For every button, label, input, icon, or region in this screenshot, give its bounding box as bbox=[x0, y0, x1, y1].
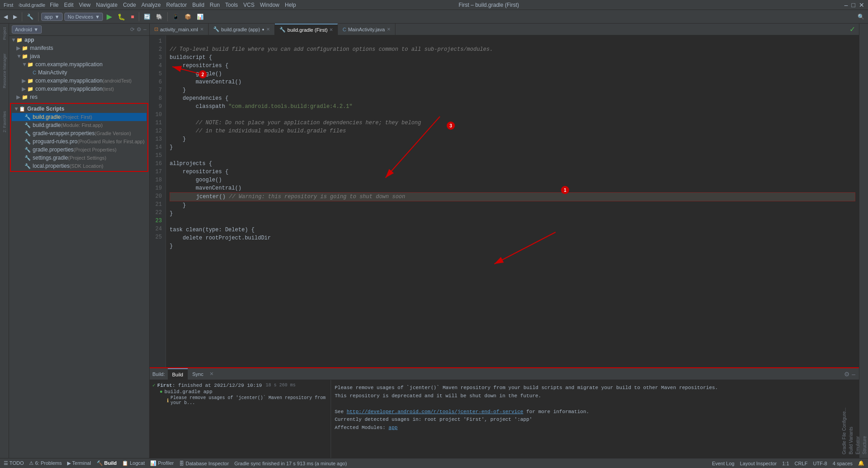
tree-item-androidtest[interactable]: ▶ 📁 com.example.myapplication (androidTe… bbox=[9, 77, 149, 85]
encoding-indicator[interactable]: UTF-8 bbox=[813, 461, 827, 466]
resource-manager-icon[interactable]: Resource Manager bbox=[2, 52, 7, 90]
menu-run[interactable]: Run bbox=[210, 2, 220, 8]
indent-indicator[interactable]: 4 spaces bbox=[833, 461, 853, 466]
run-button[interactable]: ▶ bbox=[105, 11, 114, 22]
menu-refactor[interactable]: Refactor bbox=[166, 2, 187, 8]
maximize-button[interactable]: □ bbox=[852, 1, 855, 9]
ok-icon: ✓ bbox=[152, 382, 156, 388]
menu-tools[interactable]: Tools bbox=[225, 2, 238, 8]
build-item-first[interactable]: ✓ First: finished at 2021/12/29 10:19 18… bbox=[151, 382, 329, 389]
line-ending-indicator[interactable]: CRLF bbox=[795, 461, 808, 466]
tab-activity-main-close[interactable]: ✕ bbox=[200, 27, 204, 32]
debug-button[interactable]: 🐛 bbox=[116, 12, 127, 21]
position-indicator[interactable]: 1:1 bbox=[782, 461, 789, 466]
favorites-icon[interactable]: 2: Favorites bbox=[2, 109, 7, 134]
tree-item-settings-gradle[interactable]: 🔧 settings.gradle (Project Settings) bbox=[12, 154, 146, 162]
layout-inspector-button[interactable]: Layout Inspector bbox=[740, 461, 776, 466]
gradle-configure-panel[interactable]: Gradle File Configure... bbox=[841, 24, 848, 458]
sync-button[interactable]: 🔄 bbox=[142, 13, 152, 21]
menu-vcs[interactable]: VCS bbox=[244, 2, 255, 8]
tab-mainactivity[interactable]: C MainActivity.java ✕ bbox=[338, 24, 395, 35]
tab-sync[interactable]: Sync bbox=[188, 368, 208, 380]
output-line-4: See http://developer.android.com/r/tools… bbox=[335, 408, 855, 416]
tree-item-mainactivity[interactable]: C MainActivity bbox=[9, 68, 149, 77]
forward-button[interactable]: ▶ bbox=[11, 13, 19, 21]
tab-build-gradle-app-close[interactable]: ✕ bbox=[266, 27, 270, 32]
back-button[interactable]: ◀ bbox=[2, 13, 10, 21]
build-item-app[interactable]: ● build.gradle app bbox=[151, 389, 329, 395]
emulator-panel[interactable]: Emulator bbox=[854, 24, 861, 458]
menu-analyze[interactable]: Analyze bbox=[141, 2, 161, 8]
menu-window[interactable]: Window bbox=[260, 2, 279, 8]
notification-icon[interactable]: 🔔 bbox=[858, 460, 864, 466]
warning-icon: ℹ bbox=[167, 398, 169, 404]
tree-item-gradle-scripts[interactable]: ▼ 📋 Gradle Scripts bbox=[12, 105, 146, 113]
menu-view[interactable]: View bbox=[79, 2, 91, 8]
jcenter-link[interactable]: http://developer.android.com/r/tools/jce… bbox=[346, 409, 523, 414]
output-line-6: Affected Modules: app bbox=[335, 424, 855, 432]
menu-code[interactable]: Code bbox=[123, 2, 136, 8]
profiler-button[interactable]: 📊 Profiler bbox=[150, 460, 174, 466]
build-variants-panel[interactable]: Build Variants bbox=[848, 24, 854, 458]
build-button[interactable]: 🔨 Build bbox=[97, 460, 117, 466]
tree-item-manifests[interactable]: ▶ 📁 manifests bbox=[9, 44, 149, 52]
app-module-link[interactable]: app bbox=[389, 425, 398, 430]
tree-item-gradle-properties[interactable]: 🔧 gradle.properties (Project Properties) bbox=[12, 146, 146, 154]
database-inspector-button[interactable]: 🗄 Database Inspector bbox=[179, 461, 229, 466]
menu-help[interactable]: Help bbox=[285, 2, 296, 8]
logcat-button[interactable]: 📋 Logcat bbox=[122, 460, 145, 466]
tab-mainactivity-close[interactable]: ✕ bbox=[387, 27, 390, 32]
project-view-icon[interactable]: Project bbox=[2, 25, 7, 42]
window-title: First – build.gradle (First) bbox=[458, 2, 519, 8]
project-button[interactable]: 🔧 bbox=[25, 13, 35, 21]
avd-button[interactable]: 📱 bbox=[171, 13, 181, 21]
sync-icon[interactable]: ⟳ bbox=[130, 26, 135, 33]
tree-item-local-properties[interactable]: 🔧 local.properties (SDK Location) bbox=[12, 162, 146, 170]
event-log-button[interactable]: Event Log bbox=[712, 461, 735, 466]
bottom-tabs: Build: Build Sync ✕ ⚙ – bbox=[150, 368, 859, 380]
menu-file[interactable]: File bbox=[50, 2, 59, 8]
tab-build-gradle-app[interactable]: 🔧 build.gradle (app) ● ✕ bbox=[209, 24, 275, 35]
output-line-2: This repository is deprecated and it wil… bbox=[335, 392, 855, 400]
problems-button[interactable]: ⚠ 6: Problems bbox=[29, 460, 62, 466]
tab-build-gradle-first-close[interactable]: ✕ bbox=[329, 27, 333, 32]
close-build-tab[interactable]: ✕ bbox=[208, 371, 215, 377]
tree-item-gradle-wrapper[interactable]: 🔧 gradle-wrapper.properties (Gradle Vers… bbox=[12, 129, 146, 137]
tree-item-app[interactable]: ▼ 📁 app bbox=[9, 36, 149, 44]
search-toolbar-button[interactable]: 🔍 bbox=[856, 13, 866, 21]
status-right: Event Log Layout Inspector 1:1 CRLF UTF-… bbox=[712, 460, 864, 466]
tree-item-java[interactable]: ▼ 📁 java bbox=[9, 52, 149, 60]
hide-panel-icon[interactable]: – bbox=[143, 26, 146, 33]
menu-build[interactable]: Build bbox=[192, 2, 205, 8]
menu-navigate[interactable]: Navigate bbox=[96, 2, 117, 8]
tree-item-build-gradle-module[interactable]: 🔧 build.gradle (Module: First.app) bbox=[12, 121, 146, 129]
todo-button[interactable]: ☰ TODO bbox=[4, 460, 24, 466]
build-item-first-label: First: finished at 2021/12/29 10:19 bbox=[157, 383, 262, 388]
file-tree-actions: ⟳ ⚙ – bbox=[130, 26, 146, 33]
profiler-toolbar-button[interactable]: 📊 bbox=[195, 13, 205, 21]
tab-activity-main[interactable]: ⊡ activity_main.xml ✕ bbox=[150, 24, 209, 35]
menu-edit[interactable]: Edit bbox=[64, 2, 73, 8]
close-button[interactable]: ✕ bbox=[859, 1, 864, 9]
tab-build-gradle-first[interactable]: 🔧 build.gradle (First) ✕ bbox=[275, 24, 338, 35]
tree-item-proguard[interactable]: 🔧 proguard-rules.pro (ProGuard Rules for… bbox=[12, 137, 146, 146]
stop-button[interactable]: ■ bbox=[129, 13, 136, 21]
run-config-dropdown[interactable]: app ▼ bbox=[41, 13, 63, 21]
tree-item-res[interactable]: ▶ 📁 res bbox=[9, 93, 149, 101]
terminal-button[interactable]: ▶ Terminal bbox=[67, 460, 91, 466]
output-line-5: Currently detected usages in: root proje… bbox=[335, 416, 855, 424]
tree-item-test[interactable]: ▶ 📁 com.example.myapplication (test) bbox=[9, 85, 149, 93]
bottom-panel: Build: Build Sync ✕ ⚙ – ✓ First: finishe… bbox=[150, 367, 859, 458]
build-item-time: 18 s 260 ms bbox=[266, 383, 296, 388]
tree-item-build-gradle-project[interactable]: 🔧 build.gradle (Project: First) bbox=[12, 113, 146, 121]
tab-build[interactable]: Build bbox=[168, 368, 188, 380]
build-item-warning[interactable]: ℹ Please remove usages of 'jcenter()` Ma… bbox=[151, 395, 329, 406]
sdk-button[interactable]: 📦 bbox=[183, 13, 193, 21]
project-dropdown[interactable]: Android ▼ bbox=[12, 25, 42, 34]
gear-settings-icon[interactable]: ⚙ bbox=[137, 26, 141, 33]
no-devices-dropdown[interactable]: No Devices ▼ bbox=[64, 13, 103, 21]
gradle-button[interactable]: 🐘 bbox=[154, 13, 165, 21]
minimize-button[interactable]: – bbox=[844, 1, 848, 9]
structure-panel[interactable]: Structure bbox=[861, 24, 868, 458]
tree-item-com-example[interactable]: ▼ 📁 com.example.myapplication bbox=[9, 60, 149, 68]
